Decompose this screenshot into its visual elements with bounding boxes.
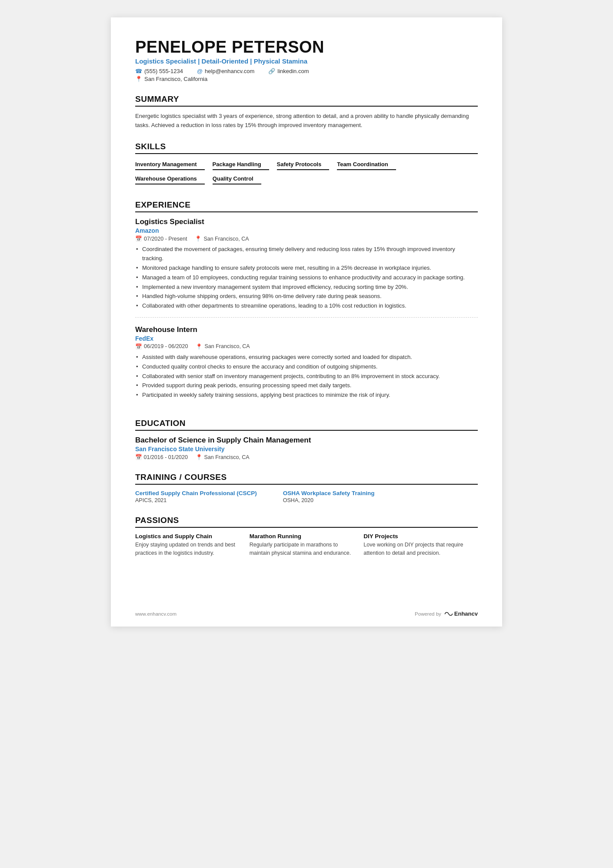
job-block: Warehouse Intern FedEx 📅 06/2019 - 06/20… bbox=[135, 325, 478, 406]
bullet-item: Collaborated with senior staff on invent… bbox=[135, 372, 478, 381]
loc-icon: 📍 bbox=[195, 235, 202, 242]
jobs-list: Logistics Specialist Amazon 📅 07/2020 - … bbox=[135, 218, 478, 406]
summary-heading: SUMMARY bbox=[135, 94, 478, 107]
bullet-item: Monitored package handling to ensure saf… bbox=[135, 264, 478, 273]
passion-item: DIY Projects Love working on DIY project… bbox=[363, 533, 478, 557]
job-block: Logistics Specialist Amazon 📅 07/2020 - … bbox=[135, 218, 478, 318]
passion-text: Love working on DIY projects that requir… bbox=[363, 541, 467, 557]
footer-powered: Powered by Enhancv bbox=[415, 610, 478, 617]
job-date: 📅 07/2020 - Present bbox=[135, 235, 187, 242]
bullet-item: Handled high-volume shipping orders, ens… bbox=[135, 292, 478, 301]
phone-icon: ☎ bbox=[135, 68, 142, 74]
bullet-item: Implemented a new inventory management s… bbox=[135, 283, 478, 292]
skills-heading: SKILLS bbox=[135, 142, 478, 154]
job-meta: 📅 06/2019 - 06/2020 📍 San Francisco, CA bbox=[135, 343, 478, 350]
enhancv-logo: Enhancv bbox=[444, 610, 478, 617]
bullet-item: Coordinated the movement of packages, en… bbox=[135, 245, 478, 263]
enhancv-brand-name: Enhancv bbox=[454, 610, 478, 617]
calendar-icon: 📅 bbox=[135, 454, 142, 460]
job-date: 📅 06/2019 - 06/2020 bbox=[135, 343, 188, 350]
company-name: FedEx bbox=[135, 335, 478, 342]
candidate-name: PENELOPE PETERSON bbox=[135, 38, 478, 57]
skill-item: Team Coordination bbox=[337, 159, 396, 170]
edu-date: 📅 01/2016 - 01/2020 bbox=[135, 454, 188, 460]
job-title: Warehouse Intern bbox=[135, 325, 478, 334]
skill-item: Package Handling bbox=[213, 159, 269, 170]
training-sub: OSHA, 2020 bbox=[283, 497, 375, 503]
job-location: 📍 San Francisco, CA bbox=[195, 235, 249, 242]
passion-title: DIY Projects bbox=[363, 533, 467, 540]
passion-text: Regularly participate in marathons to ma… bbox=[250, 541, 353, 557]
skill-item: Inventory Management bbox=[135, 159, 205, 170]
skills-grid: Inventory ManagementPackage HandlingSafe… bbox=[135, 159, 478, 188]
phone-contact: ☎ (555) 555-1234 bbox=[135, 68, 183, 74]
email-icon: @ bbox=[197, 68, 203, 74]
education-heading: EDUCATION bbox=[135, 419, 478, 431]
location-contact: 📍 San Francisco, California bbox=[135, 76, 478, 82]
job-meta: 📅 07/2020 - Present 📍 San Francisco, CA bbox=[135, 235, 478, 242]
enhancv-logo-icon bbox=[444, 611, 453, 617]
edu-school: San Francisco State University bbox=[135, 446, 478, 452]
experience-section: EXPERIENCE Logistics Specialist Amazon 📅… bbox=[135, 200, 478, 406]
training-section: TRAINING / COURSES Certified Supply Chai… bbox=[135, 473, 478, 503]
passion-item: Logistics and Supply Chain Enjoy staying… bbox=[135, 533, 250, 557]
powered-by-label: Powered by bbox=[415, 611, 441, 617]
page-footer: www.enhancv.com Powered by Enhancv bbox=[135, 610, 478, 617]
training-title: OSHA Workplace Safety Training bbox=[283, 490, 375, 496]
edu-degree: Bachelor of Science in Supply Chain Mana… bbox=[135, 436, 478, 445]
bullet-list: Assisted with daily warehouse operations… bbox=[135, 353, 478, 400]
bullet-item: Conducted quality control checks to ensu… bbox=[135, 362, 478, 372]
passion-item: Marathon Running Regularly participate i… bbox=[250, 533, 364, 557]
email-contact: @ help@enhancv.com bbox=[197, 68, 254, 74]
loc-icon: 📍 bbox=[196, 343, 203, 350]
job-location: 📍 San Francisco, CA bbox=[196, 343, 250, 350]
summary-text: Energetic logistics specialist with 3 ye… bbox=[135, 112, 478, 130]
training-item: OSHA Workplace Safety Training OSHA, 202… bbox=[283, 490, 375, 503]
bullet-item: Collaborated with other departments to s… bbox=[135, 302, 478, 311]
bullet-item: Assisted with daily warehouse operations… bbox=[135, 353, 478, 362]
edu-meta: 📅 01/2016 - 01/2020 📍 San Francisco, CA bbox=[135, 454, 478, 460]
resume-page: PENELOPE PETERSON Logistics Specialist |… bbox=[111, 17, 502, 627]
education-section: EDUCATION Bachelor of Science in Supply … bbox=[135, 419, 478, 460]
phone-value: (555) 555-1234 bbox=[144, 68, 183, 74]
header-contacts: ☎ (555) 555-1234 @ help@enhancv.com 🔗 li… bbox=[135, 68, 478, 74]
passions-heading: PASSIONS bbox=[135, 516, 478, 528]
skill-item: Safety Protocols bbox=[277, 159, 330, 170]
location-value: San Francisco, California bbox=[144, 76, 207, 82]
location-item: 📍 San Francisco, California bbox=[135, 76, 207, 82]
email-value: help@enhancv.com bbox=[205, 68, 254, 74]
edu-location-icon: 📍 bbox=[196, 454, 203, 460]
linkedin-contact: 🔗 linkedin.com bbox=[268, 68, 309, 74]
bullet-item: Provided support during peak periods, en… bbox=[135, 381, 478, 390]
training-grid: Certified Supply Chain Professional (CSC… bbox=[135, 490, 478, 503]
passion-title: Logistics and Supply Chain bbox=[135, 533, 239, 540]
edu-location: 📍 San Francisco, CA bbox=[196, 454, 250, 460]
location-icon: 📍 bbox=[135, 76, 142, 82]
passion-title: Marathon Running bbox=[250, 533, 353, 540]
candidate-title: Logistics Specialist | Detail-Oriented |… bbox=[135, 57, 478, 65]
experience-heading: EXPERIENCE bbox=[135, 200, 478, 212]
cal-icon: 📅 bbox=[135, 343, 142, 350]
bullet-item: Participated in weekly safety training s… bbox=[135, 391, 478, 400]
bullet-item: Managed a team of 10 employees, conducti… bbox=[135, 273, 478, 282]
skills-section: SKILLS Inventory ManagementPackage Handl… bbox=[135, 142, 478, 188]
training-heading: TRAINING / COURSES bbox=[135, 473, 478, 485]
job-title: Logistics Specialist bbox=[135, 218, 478, 226]
training-title: Certified Supply Chain Professional (CSC… bbox=[135, 490, 257, 496]
header: PENELOPE PETERSON Logistics Specialist |… bbox=[135, 38, 478, 82]
passions-section: PASSIONS Logistics and Supply Chain Enjo… bbox=[135, 516, 478, 557]
bullet-list: Coordinated the movement of packages, en… bbox=[135, 245, 478, 311]
passions-grid: Logistics and Supply Chain Enjoy staying… bbox=[135, 533, 478, 557]
footer-url: www.enhancv.com bbox=[135, 611, 177, 617]
linkedin-value: linkedin.com bbox=[277, 68, 309, 74]
training-sub: APICS, 2021 bbox=[135, 497, 257, 503]
passion-text: Enjoy staying updated on trends and best… bbox=[135, 541, 239, 557]
summary-section: SUMMARY Energetic logistics specialist w… bbox=[135, 94, 478, 130]
company-name: Amazon bbox=[135, 227, 478, 234]
linkedin-icon: 🔗 bbox=[268, 68, 275, 74]
cal-icon: 📅 bbox=[135, 235, 142, 242]
skill-item: Warehouse Operations bbox=[135, 174, 205, 184]
training-item: Certified Supply Chain Professional (CSC… bbox=[135, 490, 257, 503]
skill-item: Quality Control bbox=[213, 174, 261, 184]
